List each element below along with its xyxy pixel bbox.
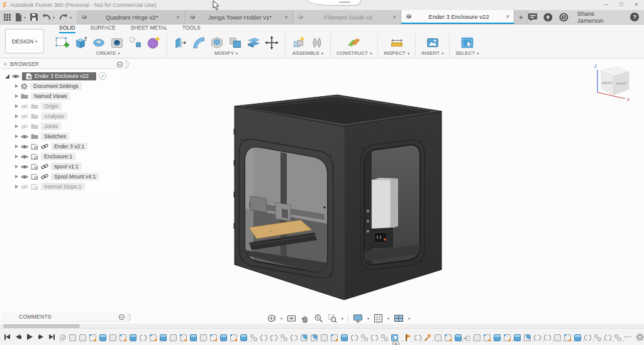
- timeline-feature-icon[interactable]: [435, 334, 441, 341]
- expand-arrow-icon[interactable]: [15, 185, 18, 189]
- timeline-feature-icon[interactable]: [361, 334, 368, 341]
- close-tab-icon[interactable]: ×: [284, 14, 288, 21]
- create-group-label[interactable]: CREATE: [96, 50, 116, 56]
- eye-visibility-icon[interactable]: [21, 114, 28, 119]
- timeline-feature-icon[interactable]: [544, 334, 551, 341]
- notification-clock-icon[interactable]: [559, 13, 569, 22]
- rectangular-pattern-icon[interactable]: [128, 35, 143, 50]
- modify-group-label[interactable]: MODIFY: [214, 50, 234, 56]
- timeline-feature-icon[interactable]: [170, 334, 177, 341]
- save-icon[interactable]: [30, 13, 38, 21]
- timeline-settings-gear-icon[interactable]: [636, 333, 644, 341]
- grid-settings-icon[interactable]: [374, 314, 383, 323]
- document-tab[interactable]: Filament Guide v2 ×: [293, 10, 401, 24]
- orbit-caret-icon[interactable]: ▾: [280, 316, 282, 320]
- timeline-feature-icon[interactable]: [455, 334, 462, 341]
- timeline-feature-icon[interactable]: [291, 334, 297, 341]
- ribbon-tab[interactable]: SURFACE: [91, 25, 116, 33]
- help-icon[interactable]: ?: [630, 13, 639, 21]
- step-back-button[interactable]: [16, 334, 21, 339]
- eye-visibility-icon[interactable]: [21, 184, 28, 190]
- timeline-feature-icon[interactable]: [425, 334, 431, 341]
- timeline-feature-icon[interactable]: [524, 334, 531, 341]
- create-sketch-icon[interactable]: [55, 35, 70, 50]
- fit-icon[interactable]: [328, 314, 337, 323]
- ribbon-tab[interactable]: TOOLS: [182, 25, 201, 33]
- timeline-feature-icon[interactable]: [321, 334, 328, 341]
- timeline-feature-icon[interactable]: [514, 334, 521, 341]
- combine-icon[interactable]: [228, 35, 243, 50]
- timeline-feature-icon[interactable]: [180, 334, 187, 341]
- timeline-feature-icon[interactable]: [270, 334, 277, 341]
- step-forward-button[interactable]: [38, 334, 44, 339]
- browser-tree-row[interactable]: Enclosure:1: [1, 151, 125, 162]
- timeline-feature-icon[interactable]: [190, 334, 197, 341]
- timeline-feature-icon[interactable]: [534, 334, 541, 341]
- new-tab-button[interactable]: +: [514, 10, 528, 24]
- browser-tree-row[interactable]: Analysis: [1, 111, 125, 121]
- expand-arrow-icon[interactable]: [15, 175, 18, 178]
- timeline-feature-icon[interactable]: [341, 334, 348, 341]
- view-cube[interactable]: FRONT RIGHT Z X: [587, 61, 638, 105]
- select-group-label[interactable]: SELECT: [455, 50, 475, 56]
- model-canvas[interactable]: FRONT RIGHT Z X « BROWSER Ender 3 Enclos…: [0, 58, 644, 345]
- construction-plane-icon[interactable]: [347, 35, 362, 50]
- top-center-handle[interactable]: [307, 0, 361, 6]
- timeline-feature-icon[interactable]: [484, 334, 491, 341]
- expand-arrow-icon[interactable]: [15, 114, 18, 118]
- viewports-icon[interactable]: [394, 314, 404, 323]
- expand-arrow-icon[interactable]: [15, 134, 18, 138]
- timeline-feature-icon[interactable]: [240, 334, 247, 341]
- timeline-feature-icon[interactable]: [250, 334, 257, 341]
- close-tab-icon[interactable]: ×: [506, 13, 509, 20]
- go-to-start-button[interactable]: [4, 334, 10, 340]
- document-tab[interactable]: Jenga Tower Holder v1* ×: [185, 10, 293, 24]
- panel-options-icon[interactable]: [117, 62, 123, 67]
- fillet-icon[interactable]: [191, 35, 206, 50]
- panel-options-icon[interactable]: [119, 314, 125, 320]
- redo-caret-icon[interactable]: ▾: [70, 15, 72, 19]
- timeline-scrollbar-thumb[interactable]: [3, 324, 80, 328]
- close-window-button[interactable]: ×: [629, 0, 644, 10]
- file-menu-icon[interactable]: [15, 13, 22, 21]
- expand-arrow-icon[interactable]: [15, 94, 18, 98]
- timeline-feature-icon[interactable]: [474, 334, 480, 341]
- feedback-chat-icon[interactable]: [528, 13, 538, 21]
- press-pull-icon[interactable]: [173, 35, 188, 50]
- job-status-icon[interactable]: [543, 13, 553, 22]
- browser-tree-row[interactable]: Sketches: [1, 131, 125, 141]
- timeline-feature-icon[interactable]: [404, 334, 411, 341]
- assemble-group-label[interactable]: ASSEMBLE: [292, 50, 319, 56]
- create-form-icon[interactable]: [146, 35, 161, 50]
- timeline-feature-icon[interactable]: [79, 334, 86, 341]
- user-name[interactable]: Shane Jamerson: [575, 10, 624, 24]
- timeline-feature-icon[interactable]: [331, 334, 338, 341]
- timeline-feature-icon[interactable]: [301, 334, 308, 341]
- eye-visibility-icon[interactable]: [21, 144, 28, 150]
- measure-icon[interactable]: [389, 35, 404, 50]
- timeline-feature-icon[interactable]: [280, 334, 287, 341]
- construct-group-label[interactable]: CONSTRUCT: [336, 50, 368, 56]
- timeline-feature-icon[interactable]: [119, 334, 126, 341]
- revolve-icon[interactable]: [91, 35, 106, 50]
- timeline-feature-icon[interactable]: [381, 334, 388, 341]
- display-settings-icon[interactable]: [353, 314, 363, 323]
- timeline-feature-icon[interactable]: [604, 334, 611, 341]
- timeline-feature-icon[interactable]: [89, 334, 96, 341]
- eye-visibility-icon[interactable]: [21, 104, 28, 109]
- timeline-feature-icon[interactable]: [584, 334, 591, 341]
- timeline-feature-icon[interactable]: [371, 334, 378, 341]
- browser-tree-row[interactable]: Joints: [1, 121, 125, 131]
- timeline-feature-icon[interactable]: [494, 334, 501, 341]
- browser-tree-row[interactable]: Document Settings: [1, 81, 125, 91]
- workspace-selector[interactable]: DESIGN ▾: [5, 29, 44, 53]
- expand-arrow-icon[interactable]: [15, 124, 18, 128]
- eye-visibility-icon[interactable]: [21, 154, 28, 160]
- timeline-feature-icon[interactable]: [391, 334, 398, 341]
- browser-tree-row[interactable]: spool v1:1: [1, 162, 125, 172]
- new-component-icon[interactable]: [291, 35, 306, 50]
- undo-icon[interactable]: [42, 13, 51, 21]
- timeline-feature-icon[interactable]: [594, 334, 601, 341]
- hole-icon[interactable]: [109, 35, 125, 50]
- split-body-icon[interactable]: [246, 35, 261, 50]
